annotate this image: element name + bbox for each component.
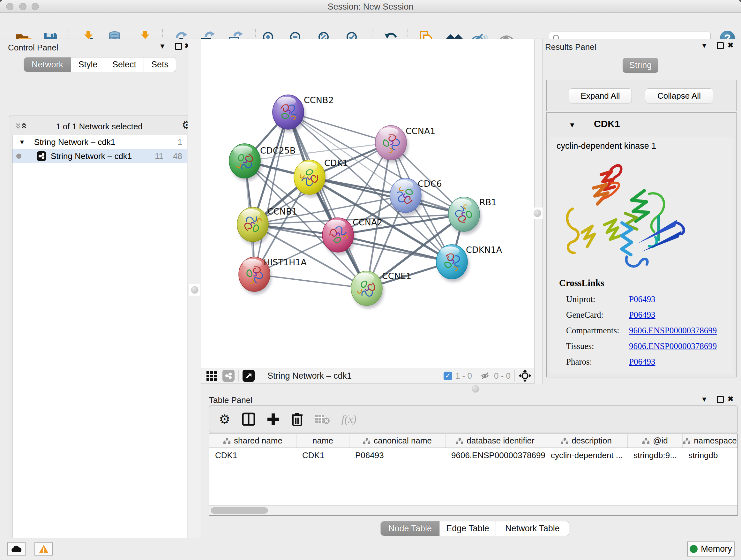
right-splitter[interactable] xyxy=(534,39,542,384)
crosslink-link[interactable]: 9606.ENSP00000378699 xyxy=(629,341,717,351)
cloud-status-button[interactable] xyxy=(7,543,25,556)
column-header-canonical-name[interactable]: canonical name xyxy=(349,434,446,448)
splitter-knob[interactable] xyxy=(191,286,199,294)
table-cell[interactable]: CDK1 xyxy=(209,448,296,462)
network-collection-label: String Network – cdk1 xyxy=(34,137,115,147)
column-header-database-identifier[interactable]: database identifier xyxy=(446,434,545,448)
window-title: Session: New Session xyxy=(0,2,741,12)
status-bar: Memory xyxy=(0,538,741,560)
table-cell[interactable]: stringdb xyxy=(683,448,738,462)
column-header-shared-name[interactable]: shared name xyxy=(209,434,296,448)
column-header-@id[interactable]: @id xyxy=(628,434,683,448)
network-node-CDK1[interactable] xyxy=(294,160,327,197)
tab-node-table[interactable]: Node Table xyxy=(381,521,440,536)
network-tree-root-row[interactable]: ▼ String Network – cdk1 1 xyxy=(12,135,187,149)
column-header-description[interactable]: description xyxy=(545,434,628,448)
splitter-knob[interactable] xyxy=(472,385,479,393)
crosslink-link[interactable]: P06493 xyxy=(629,294,656,304)
tab-string[interactable]: String xyxy=(623,58,658,73)
table-row[interactable]: CDK1CDK1P064939606.ENSP00000378699cyclin… xyxy=(209,448,738,462)
network-tree-row[interactable]: String Network – cdk1 11 48 xyxy=(12,149,187,163)
node-label-HIST1H1A: HIST1H1A xyxy=(264,257,307,267)
crosslink-link[interactable]: P06493 xyxy=(629,310,656,320)
collapse-all-button[interactable]: Collapse All xyxy=(645,88,713,104)
birdseye-grid-icon[interactable] xyxy=(206,370,217,381)
tab-sets[interactable]: Sets xyxy=(144,57,176,72)
open-in-new-icon[interactable] xyxy=(243,370,255,382)
panel-menu-icon[interactable]: ▼ xyxy=(701,395,708,403)
toolbar-separator xyxy=(476,370,476,381)
panel-menu-icon[interactable]: ▼ xyxy=(701,42,708,50)
section-collapse-triangle-icon[interactable]: ▼ xyxy=(569,121,576,129)
panel-close-icon[interactable]: ✖ xyxy=(728,41,733,50)
memory-button[interactable]: Memory xyxy=(687,542,735,557)
column-header-name[interactable]: name xyxy=(296,434,349,448)
node-label-CCNE1: CCNE1 xyxy=(382,271,411,281)
shared-column-icon xyxy=(223,437,231,444)
table-cell[interactable]: 9606.ENSP00000378699 xyxy=(446,448,545,462)
selected-checkbox-icon[interactable]: ✓ xyxy=(444,372,452,380)
tab-network[interactable]: Network xyxy=(24,57,71,72)
memory-status-dot xyxy=(690,545,697,553)
network-node-CDC25B[interactable] xyxy=(229,144,262,181)
crosslink-link[interactable]: 9606.ENSP00000378699 xyxy=(629,326,717,335)
tab-edge-table[interactable]: Edge Table xyxy=(440,521,496,536)
edge-count: 48 xyxy=(173,151,182,161)
network-node-CCNA1[interactable] xyxy=(375,125,408,163)
shared-column-icon xyxy=(561,437,568,444)
warning-status-button[interactable] xyxy=(35,543,53,556)
table-cell[interactable]: cyclin-dependent ... xyxy=(545,448,628,462)
tab-style[interactable]: Style xyxy=(71,57,105,72)
table-cell[interactable]: stringdb:9... xyxy=(628,448,683,462)
expand-all-button[interactable]: Expand All xyxy=(569,88,632,104)
column-header-namespace[interactable]: namespace xyxy=(683,434,738,448)
show-columns-icon[interactable] xyxy=(242,413,255,426)
delete-column-trash-icon[interactable] xyxy=(291,412,303,426)
panel-float-icon[interactable] xyxy=(175,43,182,50)
expand-triangle-icon[interactable]: ▼ xyxy=(19,138,25,146)
horizontal-splitter[interactable] xyxy=(201,384,741,393)
network-node-CCNA2[interactable] xyxy=(322,218,355,255)
network-edge[interactable] xyxy=(254,112,288,274)
crosslink-label: Compartments: xyxy=(566,326,629,335)
crosslink-row: Tissues:9606.ENSP00000378699 xyxy=(566,341,726,351)
node-label-CDC6: CDC6 xyxy=(418,179,442,189)
table-settings-gear-icon[interactable]: ⚙ xyxy=(219,412,230,427)
table-cell[interactable]: P06493 xyxy=(349,448,446,462)
toolbar-separator xyxy=(239,370,239,381)
panel-menu-icon[interactable]: ▼ xyxy=(159,42,166,51)
cloud-icon xyxy=(11,545,22,553)
pan-crosshair-icon[interactable] xyxy=(519,369,531,382)
panel-float-icon[interactable] xyxy=(717,396,724,403)
node-label-CCNA2: CCNA2 xyxy=(353,217,383,227)
add-column-icon[interactable] xyxy=(267,413,280,426)
network-node-CCNE1[interactable] xyxy=(351,271,384,308)
scrollbar-thumb[interactable] xyxy=(211,507,268,514)
hidden-eye-icon[interactable] xyxy=(480,371,491,380)
memory-label: Memory xyxy=(701,544,732,554)
crosslink-link[interactable]: P06493 xyxy=(629,357,656,367)
crosslink-label: Uniprot: xyxy=(566,294,629,304)
network-node-CCNB2[interactable] xyxy=(273,95,306,132)
horizontal-scrollbar[interactable] xyxy=(209,505,738,515)
shared-column-icon xyxy=(456,437,463,444)
hidden-counts: 0 - 0 xyxy=(494,371,511,381)
splitter-knob[interactable] xyxy=(534,209,541,217)
network-canvas[interactable]: CCNB2CCNA1CDC25BCDK1CDC6RB1CCNB1CCNA2CDK… xyxy=(201,39,534,368)
network-selection-status: 1 of 1 Network selected xyxy=(9,122,189,132)
table-cell[interactable]: CDK1 xyxy=(296,448,349,462)
network-share-icon[interactable] xyxy=(222,370,234,382)
panel-float-icon[interactable] xyxy=(717,42,724,49)
crosslink-row: GeneCard:P06493 xyxy=(566,310,726,320)
crosslink-row: Compartments:9606.ENSP00000378699 xyxy=(566,326,726,335)
results-panel: Results Panel ▼ ✖ String Expand All Coll… xyxy=(542,39,741,384)
panel-close-icon[interactable]: ✖ xyxy=(728,395,733,403)
network-icon xyxy=(37,151,46,161)
left-splitter[interactable] xyxy=(188,39,201,538)
tab-select[interactable]: Select xyxy=(105,57,144,72)
crosslink-row: Uniprot:P06493 xyxy=(566,294,726,304)
table-tabs: Node TableEdge TableNetwork Table xyxy=(381,521,569,536)
network-node-CDKN1A[interactable] xyxy=(436,245,469,282)
tab-network-table[interactable]: Network Table xyxy=(496,521,569,536)
network-node-RB1[interactable] xyxy=(448,197,481,234)
